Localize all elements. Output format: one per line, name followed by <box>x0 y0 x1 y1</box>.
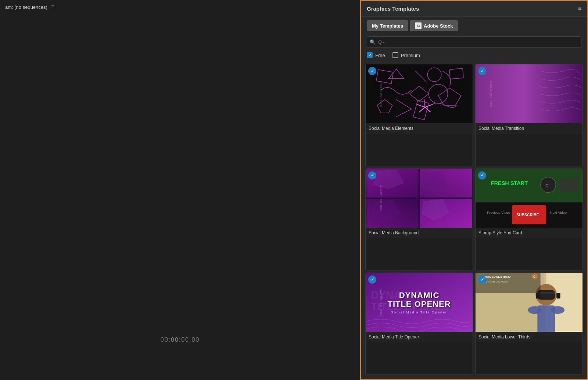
left-panel-header: am: (no sequences) ≡ <box>0 0 60 14</box>
premium-filter[interactable]: Premium <box>392 52 420 58</box>
svg-rect-46 <box>556 293 560 299</box>
svg-point-48 <box>528 306 541 314</box>
panel-title: Graphics Templates <box>367 6 419 12</box>
svg-rect-30 <box>560 178 579 192</box>
tab-adobe-stock[interactable]: St Adobe Stock <box>410 20 458 31</box>
filter-row: ✓ Free Premium <box>361 51 587 62</box>
tab-my-templates[interactable]: My Templates <box>367 20 408 31</box>
svg-text:⬡: ⬡ <box>545 183 549 187</box>
svg-text:C: C <box>533 275 535 279</box>
template-card-stomp-style-end-card[interactable]: ✓ FRESH START ⬡ Previous Video <box>475 168 583 271</box>
adobe-stock-icon: St <box>415 22 422 29</box>
template-card-social-media-elements[interactable]: ✓ fabio thal vgomv5 <box>365 64 473 166</box>
thumb-social-media-lower-thirds: ✓ <box>476 273 582 332</box>
search-input[interactable] <box>367 36 581 48</box>
search-row: 🔍 <box>361 34 587 51</box>
sequence-title: am: (no sequences) <box>5 4 47 10</box>
templates-grid: ✓ fabio thal vgomv5 <box>361 62 587 379</box>
timecode: 00:00:00:00 <box>161 337 200 343</box>
thumb-social-media-elements: ✓ fabio thal vgomv5 <box>366 64 473 123</box>
label-social-media-transition: Social Media Transition <box>476 123 582 134</box>
label-social-media-elements: Social Media Elements <box>366 123 473 134</box>
label-stomp-style-end-card: Stomp Style End Card <box>476 228 582 238</box>
thumb-social-media-background: ✓ fabio thal vgomv5 <box>366 169 473 228</box>
svg-text:Next Video: Next Video <box>550 210 567 214</box>
thumb-stomp-style-end-card: ✓ FRESH START ⬡ Previous Video <box>476 169 582 228</box>
check-badge-background: ✓ <box>368 171 376 180</box>
svg-text:Previous Video: Previous Video <box>487 210 510 214</box>
dynamic-title-sub: Social Media Title Opener <box>391 310 447 314</box>
tabs-row: My Templates St Adobe Stock <box>361 17 587 34</box>
svg-point-49 <box>551 306 564 314</box>
sequence-menu-icon[interactable]: ≡ <box>51 4 54 10</box>
template-card-social-media-transition[interactable]: ✓ fabio thal vgomv5 ✕ ✕ + <box>475 64 583 166</box>
svg-rect-45 <box>536 293 539 299</box>
template-card-social-media-lower-thirds[interactable]: ✓ <box>475 273 583 375</box>
thumb-social-media-transition: ✓ fabio thal vgomv5 ✕ ✕ + <box>476 64 582 123</box>
left-panel: am: (no sequences) ≡ 00:00:00:00 <box>0 0 360 380</box>
premium-label: Premium <box>401 53 420 58</box>
check-badge-stomp: ✓ <box>478 171 486 180</box>
graphics-templates-panel: Graphics Templates ≡ My Templates St Ado… <box>360 0 588 380</box>
tab-adobe-stock-label: Adobe Stock <box>424 23 453 29</box>
template-card-social-media-title-opener[interactable]: ✓ fabio thal vgomv5 DYNAMIC TITLE OPENE <box>365 273 473 375</box>
template-card-social-media-background[interactable]: ✓ fabio thal vgomv5 <box>365 168 473 271</box>
free-checkbox[interactable]: ✓ <box>367 52 373 58</box>
check-badge-transition: ✓ <box>478 67 486 75</box>
label-social-media-background: Social Media Background <box>366 228 473 238</box>
dynamic-title-text: DYNAMICTITLE OPENER <box>387 291 451 309</box>
premium-checkbox[interactable] <box>392 52 398 58</box>
svg-text:FRESH START: FRESH START <box>491 180 528 186</box>
label-social-media-title-opener: Social Media Title Opener <box>366 332 473 342</box>
free-checkmark: ✓ <box>368 53 371 57</box>
search-icon: 🔍 <box>370 39 376 45</box>
search-input-wrap: 🔍 <box>367 36 581 48</box>
svg-text:SUBSCRIBE: SUBSCRIBE <box>516 213 539 217</box>
label-social-media-lower-thirds: Social Media Lower Thirds <box>476 332 582 342</box>
panel-menu-icon[interactable]: ≡ <box>578 5 581 12</box>
thumb-social-media-title-opener: ✓ fabio thal vgomv5 DYNAMIC TITLE OPENE <box>366 273 473 332</box>
panel-header: Graphics Templates ≡ <box>361 1 587 17</box>
free-label: Free <box>375 53 385 58</box>
free-filter[interactable]: ✓ Free <box>367 52 385 58</box>
check-badge-elements: ✓ <box>368 67 376 75</box>
